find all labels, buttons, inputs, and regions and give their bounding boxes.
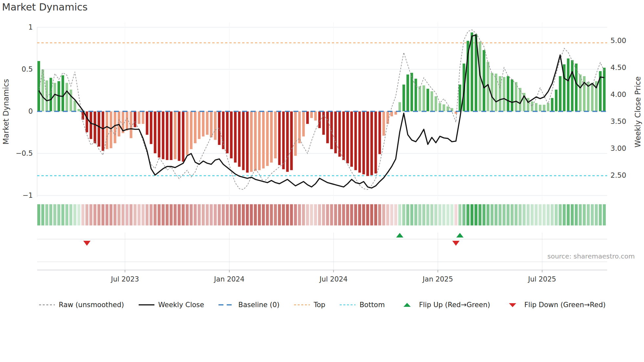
oscillator-bar [443, 104, 446, 111]
left-tick-label: 1 [28, 23, 33, 31]
oscillator-bar [318, 111, 321, 128]
oscillator-bar [390, 111, 393, 116]
oscillator-bar [126, 111, 128, 131]
heatmap-cell [514, 204, 518, 226]
heatmap-cell [45, 204, 49, 226]
x-tick-label: Jul 2023 [110, 275, 139, 283]
oscillator-bar [162, 111, 165, 159]
heatmap-cell [49, 204, 53, 226]
source-credit: source: sharemaestro.com [547, 252, 635, 260]
heatmap-cell [518, 204, 522, 226]
heatmap-cell [418, 204, 422, 226]
heatmap-cell [85, 204, 89, 226]
oscillator-bar [491, 73, 494, 111]
heatmap-cell [89, 204, 93, 226]
legend-label: Raw (unsmoothed) [59, 301, 124, 309]
heatmap-cell [121, 204, 125, 226]
heatmap-cell [462, 204, 466, 226]
heatmap-cell [542, 204, 546, 226]
oscillator-bar [278, 111, 281, 165]
heatmap-cell [490, 204, 494, 226]
oscillator-bar [535, 103, 538, 111]
heatmap-cell [298, 204, 301, 226]
heatmap-cell [302, 204, 305, 226]
oscillator-bar [258, 111, 261, 170]
heatmap-cell [502, 204, 506, 226]
x-tick-label: Jan 2025 [422, 275, 453, 283]
legend-label: Weekly Close [158, 301, 204, 309]
heatmap-cell [474, 204, 478, 226]
heatmap-cell [190, 204, 193, 226]
oscillator-bar [150, 111, 152, 144]
oscillator-bar [575, 63, 578, 111]
heatmap-cell [65, 204, 69, 226]
heatmap-cell [494, 204, 498, 226]
oscillator-bar [531, 101, 534, 111]
heatmap-cell [470, 204, 474, 226]
right-tick-label: 4.50 [610, 63, 626, 72]
heatmap-cell [57, 204, 61, 226]
heatmap-cell [225, 204, 229, 226]
oscillator-bar [290, 111, 293, 170]
short-dash-line-icon [293, 302, 310, 308]
oscillator-bar [170, 111, 173, 160]
heatmap-cell [250, 204, 253, 226]
oscillator-bar [178, 111, 181, 161]
oscillator-bar [85, 111, 88, 132]
heatmap-cell [101, 204, 105, 226]
oscillator-bar [511, 79, 514, 111]
heatmap-cell [290, 204, 293, 226]
x-tick-label: Jan 2024 [214, 275, 245, 283]
heatmap-cell [181, 204, 185, 226]
heatmap-cell [173, 204, 177, 226]
oscillator-bar [423, 85, 426, 111]
oscillator-bar [186, 111, 189, 155]
heatmap-cell [109, 204, 113, 226]
legend-label: Bottom [359, 301, 385, 309]
heatmap-cell [370, 204, 374, 226]
legend-label: Baseline (0) [238, 301, 279, 309]
heatmap-cell [270, 204, 273, 226]
oscillator-bar [346, 111, 349, 164]
legend-item-dashed-line: Raw (unsmoothed) [38, 301, 124, 309]
oscillator-bar [471, 32, 473, 111]
heatmap-cell [478, 204, 482, 226]
oscillator-bar [222, 111, 225, 149]
heatmap-cell [93, 204, 97, 226]
figure: Market Dynamics Market Dynamics Weekly C… [0, 0, 644, 362]
oscillator-bar [410, 73, 413, 111]
heatmap-cell [338, 204, 341, 226]
marker-bands [37, 233, 607, 272]
heatmap-cell [430, 204, 434, 226]
oscillator-bar [102, 111, 104, 151]
oscillator-bar [430, 91, 433, 111]
oscillator-bar [406, 74, 409, 111]
heatmap-cell [221, 204, 225, 226]
flip-up-marker [396, 233, 403, 238]
heatmap-cell [579, 204, 582, 226]
flip-down-marker [452, 241, 460, 246]
heatmap-cell [546, 204, 550, 226]
oscillator-bar [54, 83, 57, 111]
oscillator-bar [559, 76, 562, 111]
heatmap-cell [234, 204, 237, 226]
oscillator-bar [98, 111, 101, 147]
heatmap-cell [358, 204, 361, 226]
heatmap-cell [342, 204, 345, 226]
oscillator-bar [282, 111, 285, 170]
oscillator-bar [438, 103, 441, 111]
solid-line-icon [138, 302, 155, 308]
oscillator-bars [37, 32, 606, 176]
oscillator-bar [270, 111, 273, 163]
heatmap-cell [362, 204, 366, 226]
heatmap-cell [314, 204, 317, 226]
oscillator-bar [418, 86, 421, 111]
heatmap-cell [603, 204, 606, 226]
oscillator-bar [458, 84, 461, 111]
heatmap-cell [326, 204, 330, 226]
oscillator-bar [65, 83, 68, 111]
heatmap-cell [595, 204, 598, 226]
oscillator-bar [266, 111, 269, 166]
oscillator-bar [114, 111, 117, 143]
oscillator-bar [499, 76, 502, 111]
